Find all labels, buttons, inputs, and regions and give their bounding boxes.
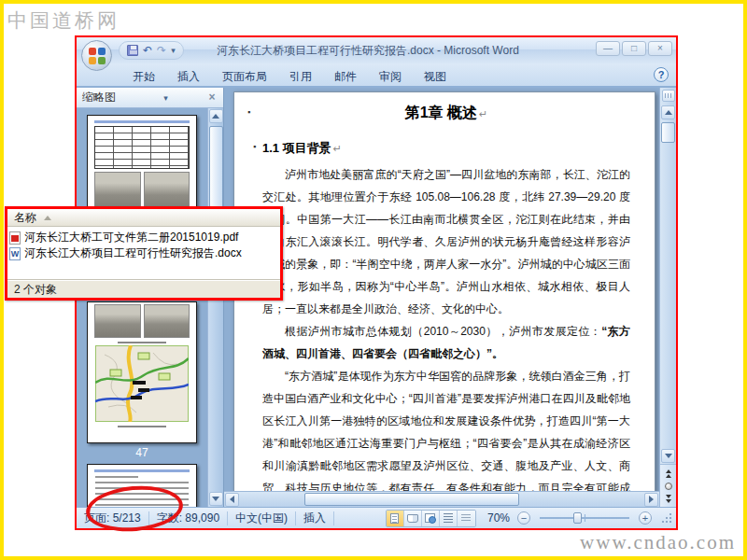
scroll-down-icon[interactable] (661, 449, 675, 463)
ribbon-tab-5[interactable]: 邮件 (323, 65, 368, 86)
page-thumbnail-47[interactable] (87, 301, 197, 443)
zoom-level[interactable]: 70% (487, 511, 510, 525)
undo-icon[interactable]: ↶ (143, 45, 152, 56)
watermark-top-left: 中国道桥网 (7, 7, 120, 34)
ribbon-tab-3[interactable]: 页面布局 (211, 65, 278, 86)
browse-object-icon[interactable] (665, 483, 672, 490)
document-body: 泸州市地处美丽富庶的“天府之国”—四川盆地的东南部，长江、沱江的交汇处。其地理位… (262, 163, 630, 491)
thumbnail-pane-title: 缩略图 (82, 91, 116, 104)
scroll-left-icon[interactable] (225, 493, 239, 507)
help-button[interactable]: ? (654, 67, 669, 82)
next-page-icon[interactable] (666, 495, 671, 503)
screenshot-canvas: 中国道桥网 www.cndao.com ↶ ↷ ▾ 河东长江大桥项目工程可行性研… (0, 0, 747, 560)
window-title: 河东长江大桥项目工程可行性研究报告.docx - Microsoft Word (217, 43, 519, 59)
name-column-header[interactable]: 名称 (14, 210, 36, 226)
thumbnail-page-number: 47 (135, 446, 148, 459)
sort-ascending-icon (44, 216, 51, 220)
zoom-out-icon[interactable]: − (517, 511, 530, 525)
insert-mode[interactable]: 插入 (303, 511, 326, 526)
save-icon[interactable] (127, 45, 138, 56)
minimize-button[interactable]: — (596, 41, 620, 56)
zoom-slider[interactable] (540, 517, 629, 519)
file-list: 河东长江大桥工可文件第二册20151019.pdf河东长江大桥项目工程可行性研究… (7, 227, 280, 280)
redo-icon[interactable]: ↷ (157, 45, 166, 56)
pdf-file-icon (9, 231, 21, 245)
previous-page-icon[interactable] (666, 469, 671, 478)
outline-bullet: ▪ (253, 142, 256, 151)
pane-close-icon[interactable]: × (204, 91, 219, 105)
ribbon-tab-2[interactable]: 插入 (166, 65, 211, 86)
zoom-slider-thumb[interactable] (573, 512, 582, 524)
outline-view-icon[interactable] (440, 511, 458, 526)
thumbnail-photo (144, 172, 190, 211)
scroll-down-icon[interactable] (209, 492, 223, 506)
file-name: 河东长江大桥项目工程可行性研究报告.docx (24, 245, 242, 261)
thumbnail-photo (94, 172, 141, 211)
horizontal-scroll-thumb[interactable] (304, 493, 519, 506)
zoom-in-icon[interactable]: + (639, 511, 652, 525)
ruler-toggle-icon[interactable] (662, 90, 675, 102)
thumbnail-list: 47 (77, 108, 207, 507)
document-area: ▪ 第1章 概述↵ ▪ 1.1 项目背景↵ 泸州市地处美丽富庶的“天府之国”—四… (224, 88, 659, 507)
outline-bullet: ▪ (247, 107, 250, 117)
file-list-item[interactable]: 河东长江大桥项目工程可行性研究报告.docx (9, 245, 278, 261)
view-buttons (386, 510, 476, 527)
close-button[interactable]: × (648, 41, 672, 56)
paragraph-mark: ↵ (477, 108, 487, 119)
fullscreen-reading-view-icon[interactable] (404, 511, 422, 526)
scroll-up-icon[interactable] (661, 105, 675, 119)
file-name: 河东长江大桥工可文件第二册20151019.pdf (24, 230, 238, 245)
maximize-button[interactable]: □ (622, 41, 646, 56)
file-list-popup: 名称 河东长江大桥工可文件第二册20151019.pdf河东长江大桥项目工程可行… (5, 206, 283, 301)
ribbon-tab-4[interactable]: 引用 (278, 65, 323, 86)
thumbnail-pane-header: 缩略图 ▾ × (77, 88, 223, 108)
office-logo-icon (89, 48, 106, 64)
vertical-scroll-thumb[interactable] (661, 122, 675, 143)
resize-grip[interactable] (661, 512, 672, 524)
web-layout-view-icon[interactable] (422, 511, 440, 526)
thumbnail-map (95, 345, 189, 422)
ribbon-tab-row: 开始插入页面布局引用邮件审阅视图 ? (77, 63, 676, 88)
vertical-scrollbar[interactable] (659, 88, 676, 507)
file-list-item[interactable]: 河东长江大桥工可文件第二册20151019.pdf (9, 230, 278, 245)
paragraph-mark: ↵ (331, 143, 342, 154)
chapter-heading: ▪ 第1章 概述↵ (262, 104, 630, 123)
thumbnail-table (94, 126, 190, 169)
document-paragraph: 根据泸州市城市总体规划（2010～2030），泸州市发展定位：“东方酒城、四川首… (262, 320, 630, 365)
thumbnail-photo (144, 304, 190, 338)
word-file-icon (9, 247, 21, 260)
document-page[interactable]: ▪ 第1章 概述↵ ▪ 1.1 项目背景↵ 泸州市地处美丽富庶的“天府之国”—四… (233, 91, 655, 491)
ribbon-tab-7[interactable]: 视图 (413, 65, 458, 86)
title-bar: ↶ ↷ ▾ 河东长江大桥项目工程可行性研究报告.docx - Microsoft… (77, 37, 676, 63)
file-list-status: 2 个对象 (7, 280, 280, 298)
quick-access-toolbar: ↶ ↷ ▾ (119, 41, 184, 60)
horizontal-scrollbar[interactable] (224, 491, 659, 507)
scroll-up-icon[interactable] (209, 109, 223, 123)
document-paragraph: “东方酒城”是体现作为东方中华国窖的品牌形象，统领白酒金三角，打造中国白酒产业和… (262, 365, 630, 491)
thumbnail-photo (94, 304, 141, 338)
qat-dropdown-icon[interactable]: ▾ (171, 46, 176, 55)
document-viewport: ▪ 第1章 概述↵ ▪ 1.1 项目背景↵ 泸州市地处美丽富庶的“天府之国”—四… (224, 88, 659, 491)
thumbnail-scrollbar[interactable] (207, 108, 223, 507)
section-heading: ▪ 1.1 项目背景↵ (262, 140, 630, 157)
language-indicator[interactable]: 中文(中国) (235, 511, 288, 526)
office-button[interactable] (81, 40, 112, 71)
ribbon-tabs: 开始插入页面布局引用邮件审阅视图 (121, 65, 458, 86)
file-list-header[interactable]: 名称 (7, 209, 280, 227)
pane-dropdown-icon[interactable]: ▾ (159, 91, 173, 105)
ribbon-tab-6[interactable]: 审阅 (368, 65, 413, 86)
thumbnail-scroll-thumb[interactable] (209, 126, 223, 210)
document-paragraph: 泸州市地处美丽富庶的“天府之国”—四川盆地的东南部，长江、沱江的交汇处。其地理位… (262, 163, 630, 320)
ribbon-tab-1[interactable]: 开始 (121, 65, 166, 86)
scroll-right-icon[interactable] (644, 493, 658, 507)
watermark-bottom-right: www.cndao.com (580, 531, 736, 554)
draft-view-icon[interactable] (458, 511, 475, 526)
print-layout-view-icon[interactable] (387, 511, 404, 526)
